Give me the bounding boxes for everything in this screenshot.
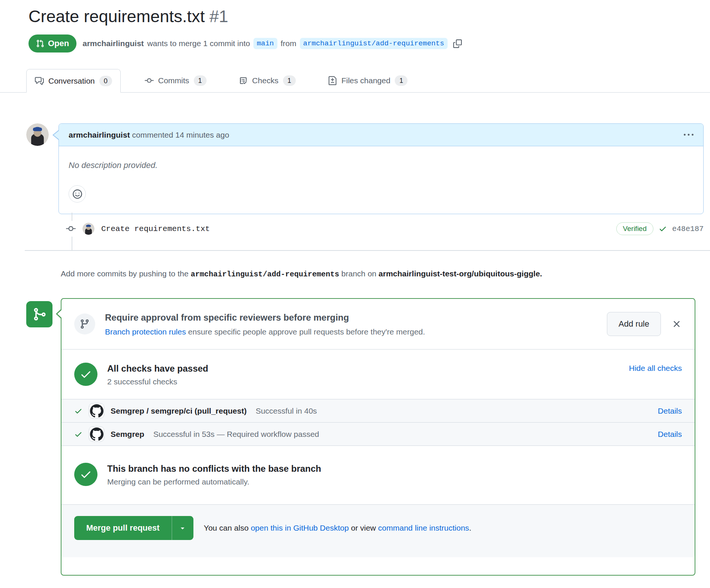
pr-tab-nav: Conversation 0 Commits 1 Checks 1 Files … [0,69,710,93]
push-note: Add more commits by pushing to the armch… [61,267,574,281]
git-branch-icon [74,314,95,334]
no-description-text: No description provided. [69,160,694,170]
comment-header: armchairlinguist commented 14 minutes ag… [59,124,703,146]
author-link[interactable]: armchairlinguist [82,39,144,48]
avatar[interactable] [26,123,49,146]
close-icon [671,319,682,329]
no-conflicts-icon [74,463,97,486]
head-branch-chip: armchairlinguist/add-requirements [300,38,448,49]
commit-right-group: Verified e48e187 [616,222,704,235]
checks-summary-row: All checks have passed 2 successful chec… [61,349,695,399]
tab-commits[interactable]: Commits 1 [136,69,215,92]
pr-description-comment: armchairlinguist commented 14 minutes ag… [58,123,704,214]
commit-author-avatar[interactable] [82,223,94,235]
comment-meta: commented 14 minutes ago [132,130,229,139]
branch-protection-row: Require approval from specific reviewers… [61,299,695,349]
page-title: Create requirements.txt #1 [28,6,695,27]
commit-message-link[interactable]: Create requirements.txt [101,225,210,233]
check-status: Successful in 53s — Required workflow pa… [153,430,319,439]
alternative-merge-options: You can also open this in GitHub Desktop… [204,524,472,532]
command-line-instructions-link[interactable]: command line instructions [378,524,469,532]
merge-box-section: Require approval from specific reviewers… [26,298,695,576]
tab-label: Files changed [342,76,391,85]
merge-action-text: wants to merge 1 commit into [147,39,250,48]
check-name: Semgrep / semgrep/ci (pull_request) [111,406,247,416]
check-name: Semgrep [111,430,144,439]
merge-status-badge [26,301,52,327]
pr-header: Create requirements.txt #1 Open armchair… [0,0,710,52]
git-commit-icon [145,76,154,85]
branch-protection-title: Require approval from specific reviewers… [105,312,597,324]
checks-summary-subtitle: 2 successful checks [107,377,619,386]
comment-body: No description provided. [59,146,703,214]
tab-label: Conversation [48,76,95,86]
push-note-pre: Add more commits by pushing to the [61,269,191,278]
push-note-branch: armchairlinguist/add-requirements [191,270,339,279]
comment-options-button[interactable] [684,130,694,140]
comment-author-link[interactable]: armchairlinguist [69,130,130,139]
tab-files-changed[interactable]: Files changed 1 [320,69,416,92]
triangle-down-icon [179,524,186,532]
pr-summary: armchairlinguist wants to merge 1 commit… [82,38,462,49]
details-link[interactable]: Details [658,406,682,416]
status-badge: Open [28,34,76,52]
github-mark-icon [90,428,103,441]
github-mark-icon [90,404,103,418]
branch-protection-text: Require approval from specific reviewers… [105,312,597,336]
merge-actions-footer: Merge pull request You can also open thi… [61,504,695,557]
git-merge-icon [32,307,46,321]
hide-all-checks-link[interactable]: Hide all checks [629,364,682,373]
merge-options-dropdown[interactable] [172,516,193,540]
tab-counter: 1 [283,75,296,86]
timeline-divider [25,250,710,251]
commit-row: Create requirements.txt Verified e48e187 [66,221,704,237]
check-row: Semgrep / semgrep/ci (pull_request) Succ… [61,399,695,422]
commit-sha-link[interactable]: e48e187 [672,225,704,233]
push-note-end: . [540,269,542,278]
state-label: Open [48,39,69,48]
tab-label: Checks [252,76,279,85]
file-diff-icon [328,76,337,85]
tab-counter: 1 [395,75,407,86]
github-desktop-link[interactable]: open this in GitHub Desktop [251,524,349,532]
checklist-icon [239,76,248,85]
git-commit-icon [66,221,76,237]
add-rule-button[interactable]: Add rule [607,312,661,336]
details-link[interactable]: Details [658,430,682,439]
copy-branch-button[interactable] [453,39,462,48]
alt-mid: or view [349,524,378,532]
merge-pull-request-button[interactable]: Merge pull request [74,516,172,540]
branch-protection-actions: Add rule [607,312,682,336]
merge-button-group: Merge pull request [74,516,193,540]
check-status: Successful in 40s [256,406,317,416]
dismiss-protection-button[interactable] [671,319,682,329]
comment-byline: armchairlinguist commented 14 minutes ag… [69,130,229,140]
check-icon [74,430,82,438]
verified-badge: Verified [616,222,653,235]
pr-title-text: Create requirements.txt [28,7,205,26]
git-pull-request-icon [36,39,44,48]
add-reaction-button[interactable] [69,185,86,202]
from-text: from [281,39,297,48]
tab-conversation[interactable]: Conversation 0 [26,69,121,93]
merge-box: Require approval from specific reviewers… [61,298,695,576]
mergeability-subtitle: Merging can be performed automatically. [107,477,682,486]
commit-timeline-item: Create requirements.txt Verified e48e187 [0,214,710,250]
mergeability-row: This branch has no conflicts with the ba… [61,446,695,504]
tab-counter: 0 [99,76,112,86]
copy-icon [453,39,462,48]
tab-checks[interactable]: Checks 1 [231,69,304,92]
tab-label: Commits [158,76,189,85]
tab-counter: 1 [194,75,207,86]
check-row: Semgrep Successful in 53s — Required wor… [61,422,695,446]
checks-summary-title: All checks have passed [107,362,619,375]
mergeability-title: This branch has no conflicts with the ba… [107,462,682,475]
pull-request-page: Create requirements.txt #1 Open armchair… [0,0,710,576]
alt-end: . [469,524,471,532]
checks-summary-text: All checks have passed 2 successful chec… [107,362,619,386]
pr-number: #1 [210,7,228,26]
kebab-horizontal-icon [684,130,694,140]
branch-protection-rules-link[interactable]: Branch protection rules [105,327,186,336]
checks-passed-icon [74,363,97,386]
conversation-timeline: armchairlinguist commented 14 minutes ag… [0,123,710,250]
